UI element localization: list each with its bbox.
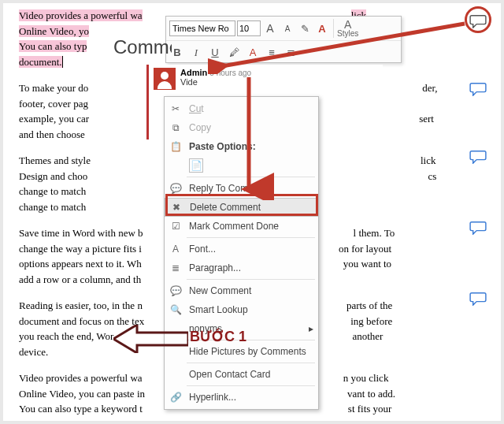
annotation-circle <box>465 6 491 33</box>
font-family-combo[interactable] <box>169 20 235 36</box>
hyperlink-icon: 🔗 <box>169 391 182 404</box>
cut-icon: ✂ <box>169 102 182 115</box>
format-painter-icon[interactable]: ✎ <box>297 20 313 36</box>
paragraph-icon: ≣ <box>169 262 182 274</box>
grow-font-icon[interactable]: A <box>262 20 278 36</box>
ctx-open-contact[interactable]: Open Contact Card <box>165 365 318 384</box>
italic-button[interactable]: I <box>188 45 204 61</box>
annotation-step-label: BƯỚC 1 <box>190 328 246 345</box>
comment-indicator-icon[interactable] <box>469 221 487 235</box>
ctx-new-comment[interactable]: 💬New Comment <box>165 281 318 300</box>
submenu-arrow-icon: ▸ <box>309 323 313 334</box>
font-icon: A <box>169 243 182 255</box>
annotation-box-delete <box>165 194 318 216</box>
highlight-button[interactable]: 🖉 <box>226 45 242 61</box>
bold-button[interactable]: B <box>169 45 185 61</box>
ctx-cut[interactable]: ✂Cut <box>165 99 318 118</box>
mini-toolbar: A A ✎ A AStyles B I U 🖉 A ≡ ≣ <box>165 16 402 63</box>
comment-indicator-icon[interactable] <box>469 292 487 306</box>
comment-indicator-icon[interactable] <box>469 82 487 96</box>
ctx-font[interactable]: AFont... <box>165 240 318 258</box>
shrink-font-icon[interactable]: A <box>280 20 295 36</box>
font-size-combo[interactable] <box>237 20 261 36</box>
avatar-icon <box>154 68 176 90</box>
comment-indicator-icon[interactable] <box>469 150 487 164</box>
comments-pane-title: Comme <box>113 36 172 58</box>
copy-icon: ⧉ <box>169 121 182 134</box>
ctx-paste-keep[interactable]: 📄 <box>165 156 318 175</box>
ctx-copy[interactable]: ⧉Copy <box>165 118 318 137</box>
numbering-button[interactable]: ≣ <box>283 45 298 61</box>
reply-icon: 💬 <box>169 182 182 195</box>
paste-icon: 📋 <box>169 140 182 153</box>
paste-option-icon: 📄 <box>189 158 203 173</box>
ctx-paragraph[interactable]: ≣Paragraph... <box>165 258 318 277</box>
ctx-hyperlink[interactable]: 🔗Hyperlink... <box>165 388 318 407</box>
styles-button[interactable]: AStyles <box>333 19 358 38</box>
done-icon: ☑ <box>169 220 182 232</box>
smart-lookup-icon: 🔍 <box>169 303 182 316</box>
ctx-paste-options: 📋Paste Options: <box>165 137 318 156</box>
comment-item[interactable]: Admin 3 hours ago Vide <box>154 68 378 90</box>
bullets-button[interactable]: ≡ <box>264 45 280 61</box>
new-comment-icon: 💬 <box>169 285 182 297</box>
ctx-smart-lookup[interactable]: 🔍Smart Lookup <box>165 300 318 319</box>
underline-button[interactable]: U <box>207 45 223 61</box>
font-color-button[interactable]: A <box>245 45 261 61</box>
ctx-mark-done[interactable]: ☑Mark Comment Done <box>165 217 318 236</box>
context-menu: ✂Cut ⧉Copy 📋Paste Options: 📄 💬Reply To C… <box>164 96 319 410</box>
font-color-icon[interactable]: A <box>314 20 330 36</box>
